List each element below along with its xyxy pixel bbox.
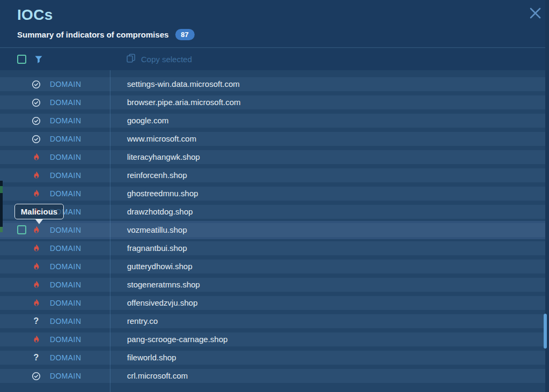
column-divider: [110, 70, 110, 392]
check-circle-icon: [32, 98, 41, 107]
ioc-type: DOMAIN: [50, 148, 81, 166]
ioc-type: DOMAIN: [50, 276, 81, 294]
table-row[interactable]: ? DOMAIN stogeneratmns.shop: [0, 276, 545, 294]
ioc-value: ghostreedmnu.shop: [127, 184, 198, 203]
flame-icon: [32, 189, 41, 198]
row-checkbox[interactable]: [17, 225, 26, 234]
page-title: IOCs: [17, 6, 53, 24]
row-stripe: [0, 168, 545, 182]
status-cell: ?: [32, 75, 41, 93]
flame-icon: [32, 226, 41, 234]
flame-icon: [32, 299, 41, 307]
table-row[interactable]: ? DOMAIN rentry.co: [0, 312, 545, 330]
row-stripe: [0, 114, 545, 128]
row-stripe: [0, 223, 545, 237]
flame-icon: [32, 171, 41, 180]
ioc-type: DOMAIN: [50, 221, 81, 239]
background-bleed-accent: [0, 186, 3, 193]
row-stripe: [0, 77, 545, 91]
row-stripe: [0, 278, 545, 292]
tooltip-arrow: [35, 219, 43, 224]
filter-button[interactable]: [34, 55, 43, 64]
check-circle-icon: [32, 80, 41, 89]
dialog-subtitle: Summary of indicators of compromises: [17, 30, 169, 39]
row-stripe: [0, 351, 545, 365]
status-cell: ?: [32, 276, 41, 294]
table-row[interactable]: ? DOMAIN browser.pipe.aria.microsoft.com: [0, 93, 545, 112]
ioc-type: DOMAIN: [50, 330, 81, 349]
ioc-type: DOMAIN: [50, 294, 81, 312]
flame-icon: [32, 280, 41, 289]
malicious-tooltip: Malicious: [14, 204, 64, 219]
close-icon: [530, 8, 541, 21]
table-row[interactable]: ? DOMAIN literacyhangwk.shop: [0, 148, 545, 166]
dialog-header: IOCs Summary of indicators of compromise…: [0, 0, 549, 48]
ioc-value: stogeneratmns.shop: [127, 276, 200, 294]
ioc-rows: ? DOMAIN settings-win.data.microsoft.com…: [0, 75, 545, 385]
row-stripe: [0, 369, 545, 383]
ioc-value: gutterydhowi.shop: [127, 257, 192, 276]
ioc-value: www.microsoft.com: [127, 130, 196, 148]
table-row[interactable]: ? DOMAIN crl.microsoft.com: [0, 367, 545, 385]
table-row[interactable]: ? DOMAIN fileworld.shop: [0, 349, 545, 367]
status-cell: ?: [32, 312, 41, 330]
ioc-type: DOMAIN: [50, 75, 81, 93]
status-cell: ?: [32, 112, 41, 130]
ioc-type: DOMAIN: [50, 367, 81, 385]
status-cell: ?: [32, 367, 41, 385]
row-stripe: [0, 150, 545, 164]
background-bleed-accent: [0, 227, 3, 232]
table-row[interactable]: ? DOMAIN settings-win.data.microsoft.com: [0, 75, 545, 93]
table-row[interactable]: ? DOMAIN vozmeatillu.shop: [0, 221, 545, 239]
ioc-type: DOMAIN: [50, 112, 81, 130]
flame-icon: [32, 153, 41, 161]
table-row[interactable]: ? DOMAIN drawzhotdog.shop: [0, 203, 545, 221]
scrollbar-thumb[interactable]: [544, 314, 547, 349]
status-cell: ?: [32, 349, 41, 367]
ioc-value: vozmeatillu.shop: [127, 221, 187, 239]
flame-icon: [32, 262, 41, 271]
ioc-count-badge: 87: [175, 29, 195, 40]
ioc-value: drawzhotdog.shop: [127, 203, 193, 221]
check-circle-icon: [32, 116, 41, 125]
select-all-checkbox[interactable]: [17, 55, 26, 64]
ioc-value: fileworld.shop: [127, 349, 176, 367]
table-row[interactable]: ? DOMAIN www.microsoft.com: [0, 130, 545, 148]
table-row[interactable]: ? DOMAIN google.com: [0, 112, 545, 130]
copy-selected-button[interactable]: Copy selected: [127, 54, 192, 64]
ioc-type: DOMAIN: [50, 257, 81, 276]
ioc-type: DOMAIN: [50, 312, 81, 330]
ioc-value: fragnantbui.shop: [127, 239, 187, 257]
table-row[interactable]: ? DOMAIN gutterydhowi.shop: [0, 257, 545, 276]
ioc-table: ? DOMAIN settings-win.data.microsoft.com…: [0, 70, 549, 392]
ioc-type: DOMAIN: [50, 184, 81, 203]
question-icon: ?: [34, 312, 39, 330]
table-row[interactable]: ? DOMAIN ghostreedmnu.shop: [0, 184, 545, 203]
ioc-value: rentry.co: [127, 312, 158, 330]
status-cell: ?: [32, 239, 41, 257]
copy-selected-label: Copy selected: [141, 55, 192, 64]
ioc-value: browser.pipe.aria.microsoft.com: [127, 93, 241, 112]
ioc-value: pang-scrooge-carnage.shop: [127, 330, 228, 349]
row-stripe: [0, 260, 545, 273]
status-cell: ?: [32, 148, 41, 166]
check-circle-icon: [32, 135, 41, 144]
filter-icon: [34, 56, 43, 65]
ioc-type: DOMAIN: [50, 349, 81, 367]
row-stripe: [0, 132, 545, 146]
table-row[interactable]: ? DOMAIN offensivedzvju.shop: [0, 294, 545, 312]
table-row[interactable]: ? DOMAIN fragnantbui.shop: [0, 239, 545, 257]
ioc-value: offensivedzvju.shop: [127, 294, 197, 312]
check-circle-icon: [32, 372, 41, 381]
row-stripe: [0, 241, 545, 255]
table-row[interactable]: ? DOMAIN reinforcenh.shop: [0, 166, 545, 184]
row-stripe: [0, 314, 545, 328]
table-row[interactable]: ? DOMAIN pang-scrooge-carnage.shop: [0, 330, 545, 349]
ioc-value: google.com: [127, 112, 169, 130]
ioc-type: DOMAIN: [50, 130, 81, 148]
row-stripe: [0, 187, 545, 201]
status-cell: ?: [32, 166, 41, 184]
close-button[interactable]: [529, 8, 541, 20]
ioc-value: settings-win.data.microsoft.com: [127, 75, 240, 93]
ioc-value: reinforcenh.shop: [127, 166, 187, 184]
